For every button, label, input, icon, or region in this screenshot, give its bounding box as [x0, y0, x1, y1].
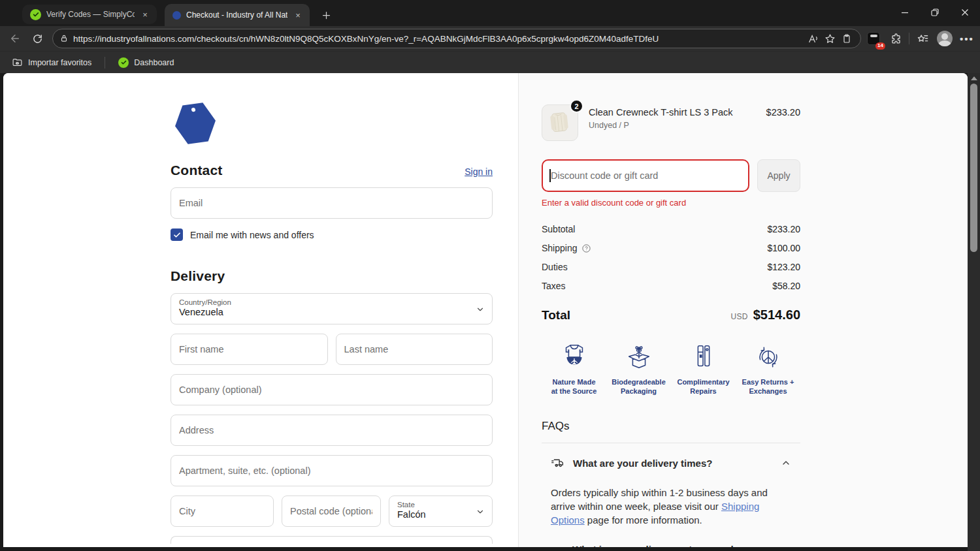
postal-code-field[interactable] — [282, 496, 381, 527]
address-field[interactable] — [171, 415, 493, 446]
badge-label-line: Exchanges — [742, 386, 794, 396]
state-select[interactable]: State Falcón — [389, 496, 493, 527]
apartment-field[interactable] — [171, 455, 493, 486]
last-name-field[interactable] — [336, 334, 493, 365]
product-name: Clean Crewneck T-shirt LS 3 Pack — [589, 107, 756, 118]
cart-line-item: 2 Clean Crewneck T-shirt LS 3 Pack Undye… — [542, 104, 800, 141]
discount-error-message: Enter a valid discount code or gift card — [542, 198, 800, 208]
order-total: Total USD $514.60 — [542, 307, 800, 323]
complimentary-repairs-icon — [689, 342, 719, 372]
faq-answer: Orders typically ship within 1-2 busines… — [551, 486, 786, 527]
state-select-label: State — [397, 501, 470, 509]
country-select-value: Venezuela — [179, 307, 470, 317]
tab-close-icon[interactable]: × — [293, 10, 303, 20]
chevron-down-icon — [476, 507, 485, 516]
ioan-favicon — [172, 11, 181, 20]
badge-label-line: at the Source — [551, 386, 597, 396]
cost-summary: Subtotal $233.20 Shipping $100.00 Duties… — [542, 224, 800, 291]
state-select-value: Falcón — [397, 509, 470, 520]
faq-answer-text: page for more information. — [585, 514, 702, 526]
tab-close-icon[interactable]: × — [140, 9, 150, 20]
new-tab-button[interactable] — [318, 7, 335, 24]
total-amount: $514.60 — [753, 307, 800, 323]
tab-checkout[interactable]: Checkout - Industry of All Nations × — [165, 4, 310, 26]
bookmark-import-favorites[interactable]: Importar favoritos — [5, 54, 98, 71]
minimize-button[interactable] — [890, 0, 920, 25]
next-field-partial[interactable] — [171, 536, 493, 544]
divider — [542, 443, 800, 443]
shipping-help-icon[interactable] — [581, 244, 591, 253]
sign-in-link[interactable]: Sign in — [465, 166, 493, 177]
shipping-value: $100.00 — [767, 243, 800, 253]
nature-made-icon — [559, 342, 589, 372]
maximize-button[interactable] — [920, 0, 950, 25]
product-variant: Undyed / P — [589, 121, 756, 130]
toolbar-divider — [909, 33, 909, 44]
badge-label-line: Repairs — [677, 386, 729, 396]
back-button[interactable] — [4, 29, 26, 48]
badge-nature-made: Nature Made at the Source — [542, 342, 606, 396]
quantity-badge: 2 — [570, 99, 583, 113]
import-folder-icon — [12, 57, 23, 68]
checkout-page: Contact Sign in Email me with news and o… — [3, 73, 968, 547]
address-bar[interactable]: https://industryofallnations.com/checkou… — [52, 29, 861, 48]
shipping-label: Shipping — [542, 243, 578, 253]
profile-avatar[interactable] — [936, 29, 954, 48]
extensions-puzzle-icon[interactable] — [887, 29, 905, 48]
chevron-up-icon — [781, 458, 791, 468]
favorites-hub-icon[interactable] — [913, 29, 932, 48]
lock-icon — [59, 34, 69, 43]
faqs-heading: FAQs — [542, 420, 800, 433]
delivery-truck-icon — [551, 456, 564, 470]
taxes-label: Taxes — [542, 281, 566, 291]
read-aloud-icon[interactable] — [804, 30, 821, 47]
clipboard-icon[interactable] — [838, 30, 855, 47]
coupon-extension-icon[interactable]: 14 — [864, 29, 883, 48]
reload-button[interactable] — [26, 29, 48, 48]
city-field[interactable] — [171, 496, 274, 527]
scrollbar-thumb[interactable] — [970, 84, 977, 252]
email-field[interactable] — [171, 187, 493, 219]
favorite-star-icon[interactable] — [821, 30, 838, 47]
badge-returns: Easy Returns + Exchanges — [736, 342, 800, 396]
browser-titlebar: Verify Codes — SimplyCodes × Checkout - … — [0, 0, 980, 26]
badge-label-line: Easy Returns + — [742, 377, 794, 386]
bookmark-label: Dashboard — [134, 58, 174, 67]
first-name-field[interactable] — [171, 334, 328, 365]
more-options-icon[interactable]: ••• — [958, 29, 976, 48]
company-field[interactable] — [171, 374, 493, 405]
faq-returns-policy[interactable]: What is your policy on returns and excha… — [551, 544, 800, 547]
industry-of-all-nations-logo — [169, 98, 222, 148]
contact-heading: Contact — [171, 163, 223, 178]
badge-label-line: Nature Made — [551, 377, 597, 386]
country-select-label: Country/Region — [179, 298, 470, 306]
simplycodes-favicon — [118, 57, 129, 68]
chevron-down-icon — [476, 305, 485, 314]
taxes-value: $58.20 — [772, 281, 800, 291]
close-window-button[interactable] — [950, 0, 980, 25]
discount-code-input[interactable] — [542, 159, 749, 192]
easy-returns-icon — [753, 342, 783, 372]
bookmarks-divider — [105, 57, 105, 69]
bookmark-dashboard[interactable]: Dashboard — [112, 54, 180, 71]
extension-badge: 14 — [875, 42, 885, 50]
brand-value-badges: Nature Made at the Source — [542, 342, 800, 396]
product-price: $233.20 — [766, 104, 800, 118]
simplycodes-favicon — [30, 9, 41, 20]
badge-label-line: Biodegradeable — [612, 377, 666, 386]
newsletter-checkbox[interactable] — [171, 228, 183, 241]
faq-delivery-times[interactable]: What are your delivery times? — [551, 456, 800, 470]
toolbar-right-icons: 14 ••• — [864, 29, 976, 48]
country-select[interactable]: Country/Region Venezuela — [171, 293, 493, 324]
subtotal-value: $233.20 — [767, 224, 800, 234]
newsletter-label: Email me with news and offers — [190, 230, 314, 240]
scroll-up-arrow[interactable] — [971, 76, 977, 80]
bookmark-label: Importar favoritos — [28, 58, 91, 67]
badge-label-line: Complimentary — [677, 377, 729, 386]
tab-title: Checkout - Industry of All Nations — [186, 10, 287, 20]
page-scrollbar[interactable] — [968, 73, 980, 551]
tab-simplycodes[interactable]: Verify Codes — SimplyCodes × — [22, 5, 157, 24]
window-controls — [890, 0, 980, 25]
url-text: https://industryofallnations.com/checkou… — [73, 34, 804, 44]
apply-discount-button[interactable]: Apply — [757, 159, 800, 192]
